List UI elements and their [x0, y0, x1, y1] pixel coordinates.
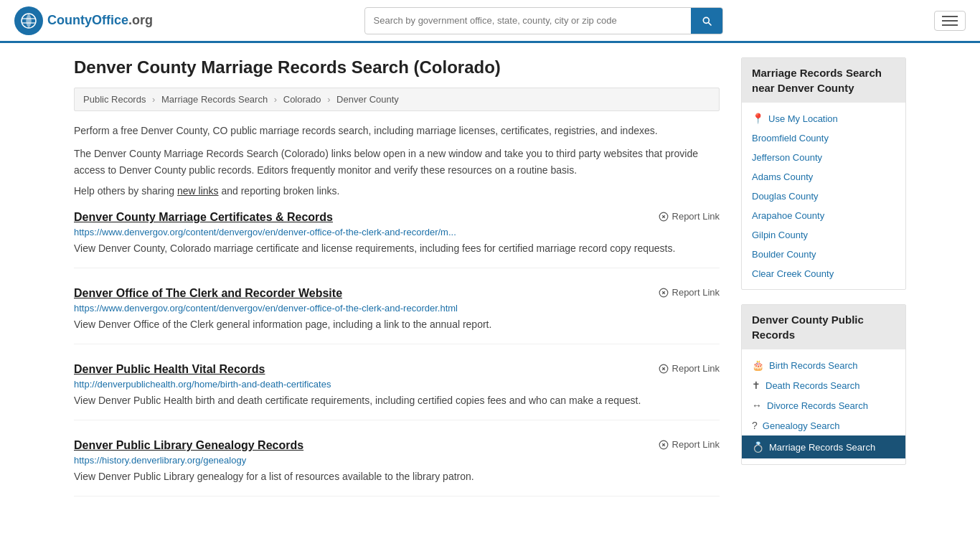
nearby-county-item[interactable]: Broomfield County	[742, 128, 905, 148]
search-button[interactable]	[691, 8, 722, 34]
public-record-icon-1: ✝	[752, 380, 760, 391]
public-record-icon-0: 🎂	[752, 359, 764, 371]
result-title-1[interactable]: Denver Office of The Clerk and Recorder …	[74, 287, 342, 300]
menu-line	[942, 20, 958, 22]
breadcrumb-sep: ›	[274, 94, 277, 105]
use-my-location-link[interactable]: Use My Location	[768, 113, 838, 124]
result-desc-0: View Denver County, Colorado marriage ce…	[74, 241, 720, 256]
public-records-item[interactable]: ↔Divorce Records Search	[742, 395, 905, 415]
result-item: Denver Public Library Genealogy Records …	[74, 439, 720, 496]
result-desc-1: View Denver Office of the Clerk general …	[74, 317, 720, 332]
public-records-item[interactable]: 💍Marriage Records Search	[742, 435, 905, 458]
public-record-icon-2: ↔	[752, 400, 762, 411]
public-record-link-3[interactable]: Genealogy Search	[763, 420, 840, 431]
site-header: CountyOffice.org	[0, 0, 980, 43]
nearby-county-link-3[interactable]: Douglas County	[752, 191, 819, 202]
use-my-location-item[interactable]: 📍 Use My Location	[742, 108, 905, 128]
result-url-3[interactable]: https://history.denverlibrary.org/geneal…	[74, 455, 720, 466]
result-title-2[interactable]: Denver Public Health Vital Records	[74, 363, 265, 376]
result-url-1[interactable]: https://www.denvergov.org/content/denver…	[74, 303, 720, 314]
nearby-county-link-4[interactable]: Arapahoe County	[752, 210, 824, 221]
breadcrumb: Public Records › Marriage Records Search…	[74, 88, 720, 111]
public-records-body: 🎂Birth Records Search✝Death Records Sear…	[742, 349, 905, 464]
report-link-2[interactable]: Report Link	[659, 363, 720, 374]
nearby-counties-header: Marriage Records Search near Denver Coun…	[742, 58, 905, 103]
logo-icon	[14, 6, 43, 35]
nearby-county-item[interactable]: Adams County	[742, 167, 905, 187]
nearby-county-item[interactable]: Boulder County	[742, 245, 905, 264]
menu-line	[942, 16, 958, 17]
breadcrumb-public-records[interactable]: Public Records	[83, 94, 146, 105]
nearby-county-link-0[interactable]: Broomfield County	[752, 133, 829, 143]
location-pin-icon: 📍	[752, 113, 764, 124]
result-header: Denver Public Health Vital Records Repor…	[74, 363, 720, 376]
result-title-0[interactable]: Denver County Marriage Certificates & Re…	[74, 211, 333, 224]
result-desc-2: View Denver Public Health birth and deat…	[74, 393, 720, 408]
breadcrumb-colorado[interactable]: Colorado	[283, 94, 321, 105]
nearby-county-link-5[interactable]: Gilpin County	[752, 230, 808, 240]
public-record-icon-3: ?	[752, 420, 758, 431]
result-header: Denver Office of The Clerk and Recorder …	[74, 287, 720, 300]
result-desc-3: View Denver Public Library genealogy for…	[74, 469, 720, 484]
result-item: Denver Office of The Clerk and Recorder …	[74, 287, 720, 344]
hamburger-menu-button[interactable]	[934, 11, 966, 31]
nearby-county-item[interactable]: Clear Creek County	[742, 264, 905, 283]
breadcrumb-sep: ›	[152, 94, 155, 105]
public-records-item[interactable]: ✝Death Records Search	[742, 375, 905, 395]
result-url-2[interactable]: http://denverpublichealth.org/home/birth…	[74, 379, 720, 390]
nearby-county-link-2[interactable]: Adams County	[752, 171, 813, 182]
menu-line	[942, 24, 958, 26]
nearby-counties-box: Marriage Records Search near Denver Coun…	[741, 57, 906, 290]
nearby-counties-body: 📍 Use My Location Broomfield CountyJeffe…	[742, 103, 905, 289]
public-records-header: Denver County Public Records	[742, 305, 905, 349]
nearby-county-item[interactable]: Gilpin County	[742, 225, 905, 245]
result-item: Denver County Marriage Certificates & Re…	[74, 211, 720, 268]
public-records-item[interactable]: ?Genealogy Search	[742, 415, 905, 435]
content-area: Denver County Marriage Records Search (C…	[74, 57, 720, 515]
main-layout: Denver County Marriage Records Search (C…	[60, 43, 920, 529]
result-url-0[interactable]: https://www.denvergov.org/content/denver…	[74, 227, 720, 237]
breadcrumb-denver-county[interactable]: Denver County	[336, 94, 399, 105]
breadcrumb-sep: ›	[327, 94, 330, 105]
public-records-item[interactable]: 🎂Birth Records Search	[742, 355, 905, 375]
public-record-link-0[interactable]: Birth Records Search	[769, 360, 858, 371]
public-records-box: Denver County Public Records 🎂Birth Reco…	[741, 304, 906, 465]
page-title: Denver County Marriage Records Search (C…	[74, 57, 720, 77]
new-links-link[interactable]: new links	[177, 185, 219, 197]
nearby-county-link-6[interactable]: Boulder County	[752, 249, 816, 260]
result-header: Denver Public Library Genealogy Records …	[74, 439, 720, 452]
nearby-county-link-1[interactable]: Jefferson County	[752, 152, 822, 163]
report-link-0[interactable]: Report Link	[659, 211, 720, 222]
nearby-county-link-7[interactable]: Clear Creek County	[752, 268, 834, 279]
share-paragraph: Help others by sharing new links and rep…	[74, 185, 720, 197]
results-container: Denver County Marriage Certificates & Re…	[74, 211, 720, 496]
report-link-1[interactable]: Report Link	[659, 287, 720, 298]
logo-text: CountyOffice.org	[47, 13, 153, 28]
public-record-link-1[interactable]: Death Records Search	[765, 380, 860, 391]
breadcrumb-marriage-records[interactable]: Marriage Records Search	[161, 94, 268, 105]
public-record-link-2[interactable]: Divorce Records Search	[767, 400, 868, 411]
report-link-3[interactable]: Report Link	[659, 439, 720, 450]
public-record-icon-4: 💍	[752, 441, 764, 453]
result-item: Denver Public Health Vital Records Repor…	[74, 363, 720, 420]
intro-paragraph-1: Perform a free Denver County, CO public …	[74, 123, 720, 138]
sidebar: Marriage Records Search near Denver Coun…	[741, 57, 906, 515]
result-header: Denver County Marriage Certificates & Re…	[74, 211, 720, 224]
logo-area: CountyOffice.org	[14, 6, 153, 35]
public-record-link-4[interactable]: Marriage Records Search	[769, 442, 875, 453]
nearby-counties-list: Broomfield CountyJefferson CountyAdams C…	[742, 128, 905, 283]
search-input[interactable]	[365, 9, 691, 32]
search-bar[interactable]	[364, 7, 723, 34]
nearby-county-item[interactable]: Arapahoe County	[742, 206, 905, 225]
nearby-county-item[interactable]: Douglas County	[742, 187, 905, 206]
nearby-county-item[interactable]: Jefferson County	[742, 148, 905, 167]
public-records-list: 🎂Birth Records Search✝Death Records Sear…	[742, 355, 905, 458]
result-title-3[interactable]: Denver Public Library Genealogy Records	[74, 439, 303, 452]
intro-paragraph-2: The Denver County Marriage Records Searc…	[74, 146, 720, 178]
